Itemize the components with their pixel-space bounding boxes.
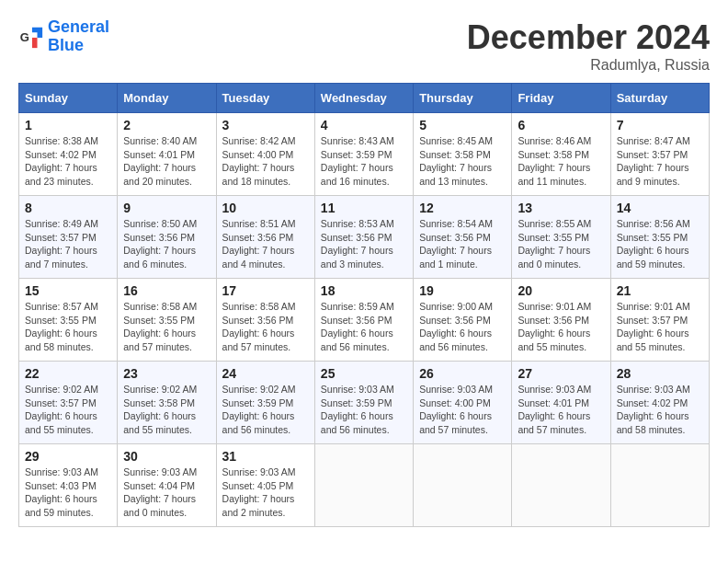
day-info: Sunrise: 8:53 AMSunset: 3:56 PMDaylight:… xyxy=(321,217,407,271)
calendar-cell: 14 Sunrise: 8:56 AMSunset: 3:55 PMDaylig… xyxy=(610,196,709,279)
calendar-cell: 28 Sunrise: 9:03 AMSunset: 4:02 PMDaylig… xyxy=(610,362,709,444)
day-info: Sunrise: 9:02 AMSunset: 3:59 PMDaylight:… xyxy=(222,383,309,437)
header-tuesday: Tuesday xyxy=(216,84,314,113)
day-number: 12 xyxy=(419,201,506,215)
day-number: 25 xyxy=(321,366,407,381)
calendar-cell: 2 Sunrise: 8:40 AMSunset: 4:01 PMDayligh… xyxy=(118,113,216,196)
day-info: Sunrise: 9:01 AMSunset: 3:57 PMDaylight:… xyxy=(617,300,703,354)
day-number: 8 xyxy=(25,201,111,215)
day-number: 20 xyxy=(518,283,604,298)
calendar-cell xyxy=(512,444,610,527)
calendar-cell: 31 Sunrise: 9:03 AMSunset: 4:05 PMDaylig… xyxy=(216,444,314,527)
calendar-week-row: 29 Sunrise: 9:03 AMSunset: 4:03 PMDaylig… xyxy=(19,444,710,527)
calendar-header-row: SundayMondayTuesdayWednesdayThursdayFrid… xyxy=(19,84,710,113)
day-number: 18 xyxy=(321,283,407,298)
calendar-week-row: 22 Sunrise: 9:02 AMSunset: 3:57 PMDaylig… xyxy=(19,362,710,444)
calendar-cell: 13 Sunrise: 8:55 AMSunset: 3:55 PMDaylig… xyxy=(512,196,610,279)
calendar-cell: 15 Sunrise: 8:57 AMSunset: 3:55 PMDaylig… xyxy=(19,279,118,362)
day-number: 19 xyxy=(419,283,506,298)
calendar-cell: 17 Sunrise: 8:58 AMSunset: 3:56 PMDaylig… xyxy=(216,279,314,362)
day-number: 4 xyxy=(321,118,407,132)
calendar-cell: 12 Sunrise: 8:54 AMSunset: 3:56 PMDaylig… xyxy=(414,196,512,279)
day-info: Sunrise: 8:54 AMSunset: 3:56 PMDaylight:… xyxy=(419,217,506,271)
calendar-table: SundayMondayTuesdayWednesdayThursdayFrid… xyxy=(18,83,710,527)
day-info: Sunrise: 8:40 AMSunset: 4:01 PMDaylight:… xyxy=(123,134,210,189)
calendar-cell: 20 Sunrise: 9:01 AMSunset: 3:56 PMDaylig… xyxy=(512,279,610,362)
logo-icon: G xyxy=(18,24,44,50)
day-number: 22 xyxy=(25,366,111,381)
calendar-cell: 25 Sunrise: 9:03 AMSunset: 3:59 PMDaylig… xyxy=(314,362,413,444)
day-info: Sunrise: 8:43 AMSunset: 3:59 PMDaylight:… xyxy=(321,134,407,189)
svg-text:G: G xyxy=(20,29,29,43)
day-info: Sunrise: 8:42 AMSunset: 4:00 PMDaylight:… xyxy=(222,134,309,189)
day-number: 11 xyxy=(321,201,407,215)
calendar-cell: 5 Sunrise: 8:45 AMSunset: 3:58 PMDayligh… xyxy=(414,113,512,196)
day-info: Sunrise: 9:03 AMSunset: 3:59 PMDaylight:… xyxy=(321,383,407,437)
logo: G General Blue xyxy=(18,18,109,55)
day-info: Sunrise: 9:01 AMSunset: 3:56 PMDaylight:… xyxy=(518,300,604,354)
calendar-cell: 27 Sunrise: 9:03 AMSunset: 4:01 PMDaylig… xyxy=(512,362,610,444)
header-sunday: Sunday xyxy=(19,84,118,113)
day-number: 27 xyxy=(518,366,604,381)
header-thursday: Thursday xyxy=(414,84,512,113)
calendar-week-row: 1 Sunrise: 8:38 AMSunset: 4:02 PMDayligh… xyxy=(19,113,710,196)
calendar-cell: 9 Sunrise: 8:50 AMSunset: 3:56 PMDayligh… xyxy=(118,196,216,279)
header-friday: Friday xyxy=(512,84,610,113)
day-number: 9 xyxy=(123,201,210,215)
calendar-cell: 4 Sunrise: 8:43 AMSunset: 3:59 PMDayligh… xyxy=(314,113,413,196)
calendar-cell: 6 Sunrise: 8:46 AMSunset: 3:58 PMDayligh… xyxy=(512,113,610,196)
day-number: 26 xyxy=(419,366,506,381)
day-number: 31 xyxy=(222,449,309,464)
day-number: 24 xyxy=(222,366,309,381)
page-header: G General Blue December 2024 Radumlya, R… xyxy=(18,18,710,74)
day-number: 14 xyxy=(617,201,703,215)
day-info: Sunrise: 8:38 AMSunset: 4:02 PMDaylight:… xyxy=(25,134,111,189)
day-info: Sunrise: 8:57 AMSunset: 3:55 PMDaylight:… xyxy=(25,300,111,354)
calendar-cell: 22 Sunrise: 9:02 AMSunset: 3:57 PMDaylig… xyxy=(19,362,118,444)
calendar-cell: 30 Sunrise: 9:03 AMSunset: 4:04 PMDaylig… xyxy=(118,444,216,527)
day-info: Sunrise: 8:50 AMSunset: 3:56 PMDaylight:… xyxy=(123,217,210,271)
calendar-cell xyxy=(414,444,512,527)
location-title: Radumlya, Russia xyxy=(467,57,710,74)
calendar-cell: 1 Sunrise: 8:38 AMSunset: 4:02 PMDayligh… xyxy=(19,113,118,196)
calendar-cell: 19 Sunrise: 9:00 AMSunset: 3:56 PMDaylig… xyxy=(414,279,512,362)
calendar-cell: 16 Sunrise: 8:58 AMSunset: 3:55 PMDaylig… xyxy=(118,279,216,362)
day-number: 1 xyxy=(25,118,111,132)
day-number: 16 xyxy=(123,283,210,298)
day-info: Sunrise: 8:59 AMSunset: 3:56 PMDaylight:… xyxy=(321,300,407,354)
day-number: 13 xyxy=(518,201,604,215)
day-info: Sunrise: 8:49 AMSunset: 3:57 PMDaylight:… xyxy=(25,217,111,271)
calendar-cell: 3 Sunrise: 8:42 AMSunset: 4:00 PMDayligh… xyxy=(216,113,314,196)
day-info: Sunrise: 8:58 AMSunset: 3:55 PMDaylight:… xyxy=(123,300,210,354)
day-number: 29 xyxy=(25,449,111,464)
header-wednesday: Wednesday xyxy=(314,84,413,113)
day-info: Sunrise: 9:03 AMSunset: 4:05 PMDaylight:… xyxy=(222,465,309,520)
day-number: 3 xyxy=(222,118,309,132)
day-info: Sunrise: 9:00 AMSunset: 3:56 PMDaylight:… xyxy=(419,300,506,354)
day-info: Sunrise: 8:45 AMSunset: 3:58 PMDaylight:… xyxy=(419,134,506,189)
calendar-cell xyxy=(314,444,413,527)
title-section: December 2024 Radumlya, Russia xyxy=(467,18,710,74)
calendar-cell: 7 Sunrise: 8:47 AMSunset: 3:57 PMDayligh… xyxy=(610,113,709,196)
day-info: Sunrise: 9:03 AMSunset: 4:01 PMDaylight:… xyxy=(518,383,604,437)
calendar-week-row: 15 Sunrise: 8:57 AMSunset: 3:55 PMDaylig… xyxy=(19,279,710,362)
day-info: Sunrise: 8:55 AMSunset: 3:55 PMDaylight:… xyxy=(518,217,604,271)
day-number: 21 xyxy=(617,283,703,298)
calendar-cell: 24 Sunrise: 9:02 AMSunset: 3:59 PMDaylig… xyxy=(216,362,314,444)
calendar-cell: 23 Sunrise: 9:02 AMSunset: 3:58 PMDaylig… xyxy=(118,362,216,444)
calendar-cell: 11 Sunrise: 8:53 AMSunset: 3:56 PMDaylig… xyxy=(314,196,413,279)
day-info: Sunrise: 8:51 AMSunset: 3:56 PMDaylight:… xyxy=(222,217,309,271)
day-info: Sunrise: 8:47 AMSunset: 3:57 PMDaylight:… xyxy=(617,134,703,189)
day-number: 30 xyxy=(123,449,210,464)
calendar-cell: 18 Sunrise: 8:59 AMSunset: 3:56 PMDaylig… xyxy=(314,279,413,362)
day-number: 2 xyxy=(123,118,210,132)
header-saturday: Saturday xyxy=(610,84,709,113)
day-info: Sunrise: 9:03 AMSunset: 4:00 PMDaylight:… xyxy=(419,383,506,437)
calendar-cell: 8 Sunrise: 8:49 AMSunset: 3:57 PMDayligh… xyxy=(19,196,118,279)
day-number: 10 xyxy=(222,201,309,215)
day-info: Sunrise: 9:03 AMSunset: 4:04 PMDaylight:… xyxy=(123,465,210,520)
logo-text: General Blue xyxy=(48,18,109,55)
calendar-cell xyxy=(610,444,709,527)
header-monday: Monday xyxy=(118,84,216,113)
day-info: Sunrise: 9:02 AMSunset: 3:58 PMDaylight:… xyxy=(123,383,210,437)
